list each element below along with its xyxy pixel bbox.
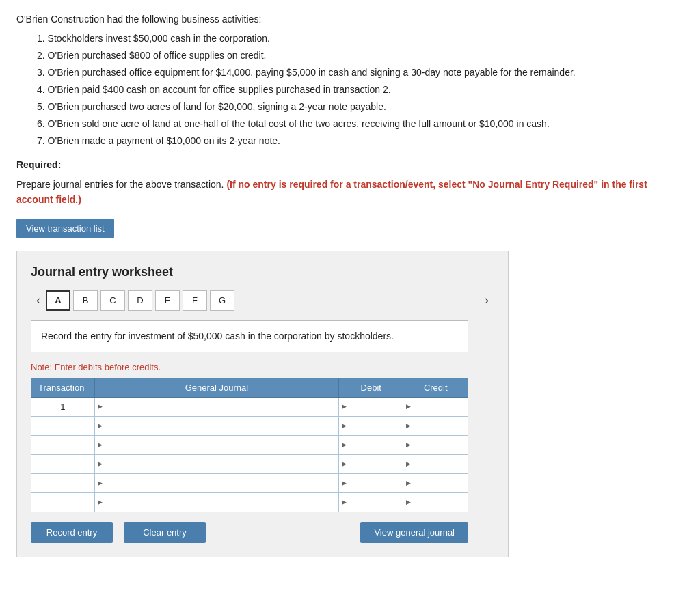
general-journal-cell[interactable] — [94, 492, 338, 512]
tab-A[interactable]: A — [46, 290, 70, 311]
credit-cell[interactable] — [403, 473, 468, 492]
col-header-debit: Debit — [338, 378, 403, 397]
tabs-row: ‹ A B C D E F G › — [31, 290, 494, 311]
table-row — [31, 492, 468, 512]
worksheet-container: Journal entry worksheet ‹ A B C D E F G … — [16, 251, 509, 557]
credit-cell[interactable] — [403, 454, 468, 473]
btn-row: Record entry Clear entry View general jo… — [31, 522, 468, 543]
credit-cell[interactable] — [403, 492, 468, 512]
debit-cell[interactable] — [338, 454, 403, 473]
debit-cell[interactable] — [338, 492, 403, 512]
general-journal-cell[interactable] — [94, 454, 338, 473]
tab-next-button[interactable]: › — [479, 290, 494, 310]
view-transaction-button[interactable]: View transaction list — [16, 219, 114, 238]
tab-B[interactable]: B — [73, 290, 98, 311]
activity-item-2: 2. O'Brien purchased $800 of office supp… — [37, 48, 684, 63]
table-row — [31, 454, 468, 473]
col-header-credit: Credit — [403, 378, 468, 397]
credit-cell[interactable] — [403, 416, 468, 435]
col-header-transaction: Transaction — [31, 378, 95, 397]
tab-G[interactable]: G — [210, 290, 234, 311]
tab-E[interactable]: E — [155, 290, 180, 311]
transaction-num-cell — [31, 416, 95, 435]
general-journal-cell[interactable] — [94, 473, 338, 492]
worksheet-title: Journal entry worksheet — [31, 265, 494, 279]
transaction-num-cell — [31, 492, 95, 512]
credit-cell[interactable] — [403, 397, 468, 416]
col-header-general-journal: General Journal — [94, 378, 338, 397]
table-row — [31, 435, 468, 454]
instructions-plain: Prepare journal entries for the above tr… — [16, 179, 226, 190]
debit-cell[interactable] — [338, 473, 403, 492]
activities-list: 1. Stockholders invest $50,000 cash in t… — [37, 31, 684, 148]
transaction-num-cell: 1 — [31, 397, 95, 416]
transaction-num-cell — [31, 473, 95, 492]
required-label: Required: — [16, 159, 684, 170]
table-row — [31, 416, 468, 435]
transaction-num-cell — [31, 454, 95, 473]
transaction-num-cell — [31, 435, 95, 454]
clear-entry-button[interactable]: Clear entry — [124, 522, 206, 543]
tab-C[interactable]: C — [100, 290, 125, 311]
intro-text: O'Brien Construction had the following b… — [16, 14, 684, 25]
activity-item-1: 1. Stockholders invest $50,000 cash in t… — [37, 31, 684, 46]
debit-cell[interactable] — [338, 435, 403, 454]
table-row — [31, 473, 468, 492]
activity-item-3: 3. O'Brien purchased office equipment fo… — [37, 66, 684, 80]
debit-cell[interactable] — [338, 416, 403, 435]
record-entry-button[interactable]: Record entry — [31, 522, 113, 543]
journal-table: Transaction General Journal Debit Credit… — [31, 378, 468, 512]
tab-prev-button[interactable]: ‹ — [31, 290, 46, 310]
activity-item-6: 6. O'Brien sold one acre of land at one-… — [37, 117, 684, 131]
credit-cell[interactable] — [403, 435, 468, 454]
activity-item-7: 7. O'Brien made a payment of $10,000 on … — [37, 134, 684, 148]
activity-item-4: 4. O'Brien paid $400 cash on account for… — [37, 83, 684, 97]
entry-description-box: Record the entry for investment of $50,0… — [31, 320, 468, 352]
instructions: Prepare journal entries for the above tr… — [16, 177, 684, 208]
note-text: Note: Enter debits before credits. — [31, 362, 494, 372]
general-journal-cell[interactable] — [94, 397, 338, 416]
tab-D[interactable]: D — [128, 290, 152, 311]
activity-item-5: 5. O'Brien purchased two acres of land f… — [37, 100, 684, 114]
view-general-journal-button[interactable]: View general journal — [360, 522, 468, 543]
debit-cell[interactable] — [338, 397, 403, 416]
general-journal-cell[interactable] — [94, 416, 338, 435]
general-journal-cell[interactable] — [94, 435, 338, 454]
table-row: 1 — [31, 397, 468, 416]
tab-F[interactable]: F — [183, 290, 207, 311]
